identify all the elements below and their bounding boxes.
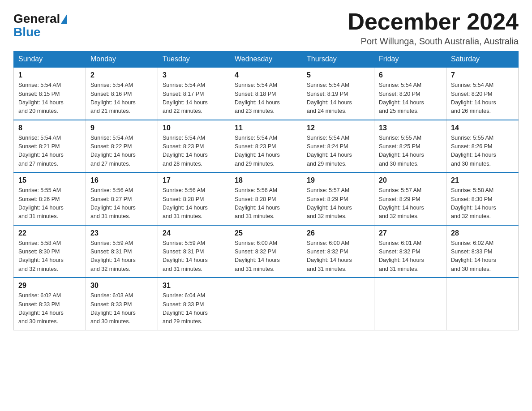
calendar-table: SundayMondayTuesdayWednesdayThursdayFrid… (13, 51, 519, 330)
header-tuesday: Tuesday (158, 51, 230, 68)
day-number: 15 (18, 176, 81, 184)
day-info: Sunrise: 5:55 AMSunset: 8:26 PMDaylight:… (18, 186, 81, 221)
day-info: Sunrise: 6:02 AMSunset: 8:33 PMDaylight:… (18, 291, 81, 326)
header-saturday: Saturday (446, 51, 519, 68)
calendar-cell: 11Sunrise: 5:54 AMSunset: 8:23 PMDayligh… (230, 120, 302, 173)
calendar-header-row: SundayMondayTuesdayWednesdayThursdayFrid… (14, 51, 519, 68)
calendar-cell: 21Sunrise: 5:58 AMSunset: 8:30 PMDayligh… (446, 172, 519, 225)
calendar-cell (302, 278, 374, 330)
calendar-week-row: 1Sunrise: 5:54 AMSunset: 8:15 PMDaylight… (14, 67, 519, 120)
day-info: Sunrise: 5:55 AMSunset: 8:25 PMDaylight:… (379, 134, 442, 169)
header-wednesday: Wednesday (230, 51, 302, 68)
day-info: Sunrise: 5:54 AMSunset: 8:20 PMDaylight:… (379, 81, 442, 116)
calendar-cell: 24Sunrise: 5:59 AMSunset: 8:31 PMDayligh… (158, 225, 230, 278)
calendar-cell (446, 278, 519, 330)
calendar-cell: 1Sunrise: 5:54 AMSunset: 8:15 PMDaylight… (14, 67, 86, 120)
calendar-cell: 16Sunrise: 5:56 AMSunset: 8:27 PMDayligh… (86, 172, 158, 225)
calendar-cell: 28Sunrise: 6:02 AMSunset: 8:33 PMDayligh… (446, 225, 519, 278)
calendar-week-row: 15Sunrise: 5:55 AMSunset: 8:26 PMDayligh… (14, 172, 519, 225)
day-info: Sunrise: 5:54 AMSunset: 8:16 PMDaylight:… (90, 81, 153, 116)
day-info: Sunrise: 5:58 AMSunset: 8:30 PMDaylight:… (18, 239, 81, 274)
calendar-cell: 22Sunrise: 5:58 AMSunset: 8:30 PMDayligh… (14, 225, 86, 278)
calendar-cell: 27Sunrise: 6:01 AMSunset: 8:32 PMDayligh… (374, 225, 446, 278)
day-number: 7 (451, 71, 514, 79)
calendar-cell: 26Sunrise: 6:00 AMSunset: 8:32 PMDayligh… (302, 225, 374, 278)
day-number: 26 (307, 229, 369, 237)
day-number: 21 (451, 176, 514, 184)
header-friday: Friday (374, 51, 446, 68)
day-info: Sunrise: 5:54 AMSunset: 8:17 PMDaylight:… (163, 81, 225, 116)
day-info: Sunrise: 5:56 AMSunset: 8:27 PMDaylight:… (90, 186, 153, 221)
day-number: 28 (451, 229, 514, 237)
day-info: Sunrise: 6:01 AMSunset: 8:32 PMDaylight:… (379, 239, 442, 274)
day-info: Sunrise: 6:00 AMSunset: 8:32 PMDaylight:… (235, 239, 297, 274)
calendar-cell: 15Sunrise: 5:55 AMSunset: 8:26 PMDayligh… (14, 172, 86, 225)
logo-triangle-icon (61, 14, 67, 24)
day-number: 3 (163, 71, 225, 79)
day-number: 22 (18, 229, 81, 237)
day-number: 10 (163, 124, 225, 132)
day-info: Sunrise: 5:55 AMSunset: 8:26 PMDaylight:… (451, 134, 514, 169)
calendar-cell: 20Sunrise: 5:57 AMSunset: 8:29 PMDayligh… (374, 172, 446, 225)
day-number: 14 (451, 124, 514, 132)
day-info: Sunrise: 5:59 AMSunset: 8:31 PMDaylight:… (163, 239, 225, 274)
day-number: 12 (307, 124, 369, 132)
calendar-cell: 29Sunrise: 6:02 AMSunset: 8:33 PMDayligh… (14, 278, 86, 330)
calendar-cell: 7Sunrise: 5:54 AMSunset: 8:20 PMDaylight… (446, 67, 519, 120)
day-number: 9 (90, 124, 153, 132)
day-info: Sunrise: 6:02 AMSunset: 8:33 PMDaylight:… (451, 239, 514, 274)
day-number: 27 (379, 229, 442, 237)
day-info: Sunrise: 5:54 AMSunset: 8:18 PMDaylight:… (235, 81, 297, 116)
day-info: Sunrise: 5:54 AMSunset: 8:22 PMDaylight:… (90, 134, 153, 169)
title-block: December 2024 Port Willunga, South Austr… (348, 9, 519, 47)
day-info: Sunrise: 5:54 AMSunset: 8:23 PMDaylight:… (163, 134, 225, 169)
day-info: Sunrise: 5:54 AMSunset: 8:24 PMDaylight:… (307, 134, 369, 169)
calendar-cell: 2Sunrise: 5:54 AMSunset: 8:16 PMDaylight… (86, 67, 158, 120)
calendar-cell: 8Sunrise: 5:54 AMSunset: 8:21 PMDaylight… (14, 120, 86, 173)
calendar-week-row: 8Sunrise: 5:54 AMSunset: 8:21 PMDaylight… (14, 120, 519, 173)
day-number: 8 (18, 124, 81, 132)
calendar-cell: 5Sunrise: 5:54 AMSunset: 8:19 PMDaylight… (302, 67, 374, 120)
day-info: Sunrise: 5:54 AMSunset: 8:21 PMDaylight:… (18, 134, 81, 169)
header-thursday: Thursday (302, 51, 374, 68)
day-number: 17 (163, 176, 225, 184)
calendar-cell: 30Sunrise: 6:03 AMSunset: 8:33 PMDayligh… (86, 278, 158, 330)
logo: General Blue (13, 13, 68, 39)
day-info: Sunrise: 5:54 AMSunset: 8:15 PMDaylight:… (18, 81, 81, 116)
day-number: 2 (90, 71, 153, 79)
day-info: Sunrise: 5:56 AMSunset: 8:28 PMDaylight:… (235, 186, 297, 221)
day-number: 5 (307, 71, 369, 79)
header-monday: Monday (86, 51, 158, 68)
day-info: Sunrise: 5:57 AMSunset: 8:29 PMDaylight:… (307, 186, 369, 221)
logo-blue-text: Blue (13, 25, 41, 39)
day-number: 31 (163, 282, 225, 290)
day-info: Sunrise: 5:58 AMSunset: 8:30 PMDaylight:… (451, 186, 514, 221)
day-number: 19 (307, 176, 369, 184)
calendar-cell (230, 278, 302, 330)
calendar-week-row: 22Sunrise: 5:58 AMSunset: 8:30 PMDayligh… (14, 225, 519, 278)
day-number: 29 (18, 282, 81, 290)
calendar-cell: 3Sunrise: 5:54 AMSunset: 8:17 PMDaylight… (158, 67, 230, 120)
calendar-cell: 13Sunrise: 5:55 AMSunset: 8:25 PMDayligh… (374, 120, 446, 173)
calendar-cell: 18Sunrise: 5:56 AMSunset: 8:28 PMDayligh… (230, 172, 302, 225)
calendar-cell: 14Sunrise: 5:55 AMSunset: 8:26 PMDayligh… (446, 120, 519, 173)
calendar-week-row: 29Sunrise: 6:02 AMSunset: 8:33 PMDayligh… (14, 278, 519, 330)
calendar-cell: 25Sunrise: 6:00 AMSunset: 8:32 PMDayligh… (230, 225, 302, 278)
day-number: 30 (90, 282, 153, 290)
calendar-cell: 12Sunrise: 5:54 AMSunset: 8:24 PMDayligh… (302, 120, 374, 173)
calendar-cell: 31Sunrise: 6:04 AMSunset: 8:33 PMDayligh… (158, 278, 230, 330)
day-info: Sunrise: 5:59 AMSunset: 8:31 PMDaylight:… (90, 239, 153, 274)
day-number: 4 (235, 71, 297, 79)
day-info: Sunrise: 5:56 AMSunset: 8:28 PMDaylight:… (163, 186, 225, 221)
day-number: 16 (90, 176, 153, 184)
day-info: Sunrise: 6:03 AMSunset: 8:33 PMDaylight:… (90, 291, 153, 326)
calendar-cell: 23Sunrise: 5:59 AMSunset: 8:31 PMDayligh… (86, 225, 158, 278)
calendar-cell: 10Sunrise: 5:54 AMSunset: 8:23 PMDayligh… (158, 120, 230, 173)
day-number: 1 (18, 71, 81, 79)
day-info: Sunrise: 5:57 AMSunset: 8:29 PMDaylight:… (379, 186, 442, 221)
logo-general-text: General (13, 13, 60, 25)
location-title: Port Willunga, South Australia, Australi… (348, 36, 519, 47)
header-sunday: Sunday (14, 51, 86, 68)
day-info: Sunrise: 5:54 AMSunset: 8:20 PMDaylight:… (451, 81, 514, 116)
day-number: 20 (379, 176, 442, 184)
